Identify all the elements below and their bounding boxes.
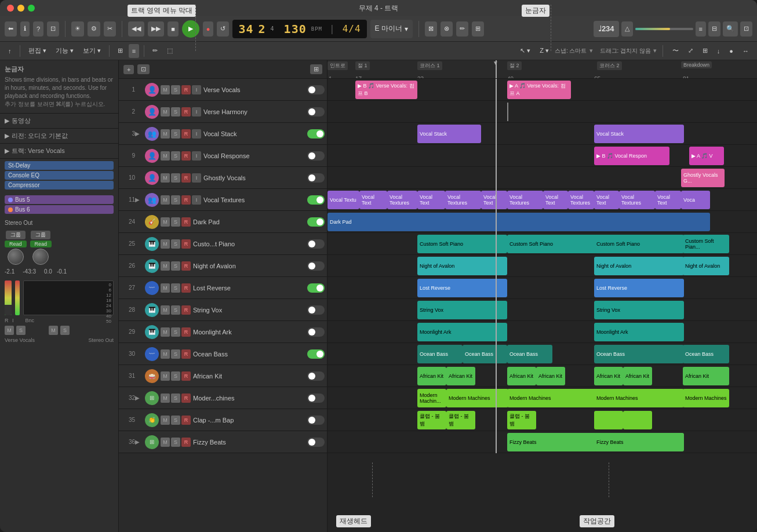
- fader-read-btn-1[interactable]: Read: [5, 241, 27, 247]
- track-section-header[interactable]: ▶ 트랙: Verse Vocals: [0, 144, 118, 159]
- track-expand-11[interactable]: ▶: [135, 196, 143, 203]
- input-10[interactable]: I: [192, 173, 201, 183]
- clip-sv-1[interactable]: String Vox: [417, 301, 507, 319]
- track-name-10[interactable]: Ghostly Vocals: [201, 174, 307, 181]
- m-button-2[interactable]: M: [49, 326, 58, 335]
- track-name-35[interactable]: Clap -...m Bap: [191, 417, 307, 424]
- fader-read-btn-2[interactable]: Read: [30, 241, 52, 247]
- clip-vocal-response[interactable]: ▶ B 🎵 Vocal Respon: [594, 147, 669, 165]
- bus-5[interactable]: Bus 5: [5, 195, 114, 204]
- solo-9[interactable]: S: [171, 151, 180, 161]
- mute-35[interactable]: M: [161, 416, 170, 425]
- toolbar-icon-btn-1[interactable]: ⬅: [5, 21, 17, 37]
- clip-lr-1[interactable]: Lost Reverse: [417, 279, 507, 297]
- toolbar-icon-btn-3[interactable]: ?: [33, 21, 43, 37]
- rec-32[interactable]: R: [181, 393, 191, 403]
- clip-clap-4[interactable]: [594, 411, 623, 429]
- track-name-30[interactable]: Ocean Bass: [191, 351, 307, 358]
- clip-ob-5[interactable]: Ocean Bass: [683, 345, 729, 363]
- clip-verse-vocals-a[interactable]: ▶ A 🎵 Verse Vocals: 컴프 A: [507, 81, 571, 99]
- solo-32[interactable]: S: [171, 393, 180, 403]
- rec-35[interactable]: R: [181, 416, 191, 425]
- toolbar-icon-10[interactable]: ✏: [456, 21, 468, 37]
- clip-vt-6[interactable]: Vocal Text: [481, 191, 507, 209]
- mute-28[interactable]: M: [161, 305, 170, 315]
- toolbar-icon-13[interactable]: ≡: [696, 21, 706, 37]
- toolbar-icon-8[interactable]: ⊠: [425, 21, 437, 37]
- clip-mm-4[interactable]: Modern Machines: [594, 389, 684, 407]
- plugin-console-eq[interactable]: Console EQ: [5, 171, 114, 180]
- track-name-32[interactable]: Moder...chines: [191, 395, 307, 402]
- toolbar-icon-9[interactable]: ⊗: [441, 21, 453, 37]
- clips-scroll-area[interactable]: ▶ B 🎵 Verse Vocals: 컴프 B ▶ A 🎵 Verse Voc…: [327, 79, 757, 532]
- track-name-3[interactable]: Vocal Stack: [201, 130, 307, 137]
- stop-button[interactable]: ■: [168, 21, 179, 37]
- solo-25[interactable]: S: [171, 239, 180, 249]
- toolbar-icon-btn-6[interactable]: ⚙: [88, 21, 100, 37]
- rec-24[interactable]: R: [181, 217, 191, 227]
- track-name-36[interactable]: Fizzy Beats: [191, 439, 307, 446]
- video-section-header[interactable]: ▶ 동영상: [0, 114, 118, 129]
- mute-30[interactable]: M: [161, 349, 170, 359]
- clip-vt-12[interactable]: Vocal Text: [655, 191, 681, 209]
- maximize-button[interactable]: [28, 5, 35, 12]
- rec-3[interactable]: R: [181, 129, 191, 139]
- clip-vocal-stack-2[interactable]: Vocal Stack: [594, 125, 684, 143]
- mute-2[interactable]: M: [161, 107, 170, 116]
- pencil-tool-button[interactable]: ✏: [149, 44, 161, 58]
- key-display[interactable]: E 마이너 ▾: [370, 20, 413, 38]
- track-name-11[interactable]: Vocal Textures: [201, 196, 307, 203]
- solo-30[interactable]: S: [171, 349, 180, 359]
- rec-2[interactable]: R: [181, 107, 191, 116]
- rec-30[interactable]: R: [181, 349, 191, 359]
- toggle-26[interactable]: [307, 261, 325, 271]
- clip-verse-vocals-b[interactable]: ▶ B 🎵 Verse Vocals: 컴프 B: [355, 81, 417, 99]
- clip-ak-4[interactable]: African Kit: [536, 367, 565, 385]
- waveform-btn[interactable]: 〜: [669, 44, 682, 58]
- clip-vt-10[interactable]: Vocal Text: [594, 191, 619, 209]
- toolbar-icon-btn-5[interactable]: ☀: [71, 21, 84, 37]
- solo-36[interactable]: S: [171, 438, 180, 447]
- track-name-24[interactable]: Dark Pad: [191, 218, 307, 225]
- clip-vt-11[interactable]: Vocal Textures: [619, 191, 655, 209]
- solo-11[interactable]: S: [171, 195, 180, 205]
- mute-31[interactable]: M: [161, 371, 170, 381]
- track-expand-36[interactable]: ▶: [135, 439, 143, 445]
- clip-mm-3[interactable]: Modern Machines: [507, 389, 597, 407]
- mute-1[interactable]: M: [161, 85, 170, 94]
- clip-vt-8[interactable]: Vocal Text: [543, 191, 568, 209]
- mute-27[interactable]: M: [161, 283, 170, 293]
- toggle-32[interactable]: [307, 393, 325, 403]
- clip-ma-1[interactable]: Moonlight Ark: [417, 323, 507, 341]
- rec-27[interactable]: R: [181, 283, 191, 293]
- clip-piano-1[interactable]: Custom Soft Piano: [417, 235, 507, 253]
- toggle-29[interactable]: [307, 327, 325, 337]
- add-track-button[interactable]: +: [123, 65, 134, 74]
- toggle-3[interactable]: [307, 129, 325, 139]
- toggle-27[interactable]: [307, 283, 325, 293]
- list-view-button[interactable]: ≡: [129, 44, 139, 58]
- rec-9[interactable]: R: [181, 151, 191, 161]
- duplicate-track-button[interactable]: ⊡: [137, 64, 150, 74]
- plugin-compressor[interactable]: Compressor: [5, 181, 114, 190]
- rec-10[interactable]: R: [181, 173, 191, 183]
- toolbar-icon-15[interactable]: 🔍: [723, 21, 738, 37]
- clip-clap-1[interactable]: 클랩 - 붐 뱀: [417, 411, 446, 429]
- close-button[interactable]: [7, 5, 14, 12]
- mute-24[interactable]: M: [161, 217, 170, 227]
- clip-noa-3[interactable]: Night of Avalon: [683, 257, 729, 275]
- toggle-1[interactable]: [307, 85, 325, 94]
- mute-32[interactable]: M: [161, 393, 170, 403]
- toggle-24[interactable]: [307, 217, 325, 227]
- toolbar-icon-btn-7[interactable]: ✂: [104, 21, 116, 37]
- clip-clap-5[interactable]: [623, 411, 652, 429]
- clip-vt-5[interactable]: Vocal Textures: [445, 191, 481, 209]
- zoom-btn[interactable]: Z ▾: [536, 44, 552, 58]
- rec-29[interactable]: R: [181, 327, 191, 337]
- clip-vt-3[interactable]: Vocal Textures: [387, 191, 417, 209]
- solo-29[interactable]: S: [171, 327, 180, 337]
- minimize-button[interactable]: [17, 5, 24, 12]
- clip-vocal-response-2[interactable]: ▶ A 🎵 V: [689, 147, 724, 165]
- input-3[interactable]: I: [192, 129, 201, 139]
- play-button[interactable]: ▶: [182, 20, 199, 38]
